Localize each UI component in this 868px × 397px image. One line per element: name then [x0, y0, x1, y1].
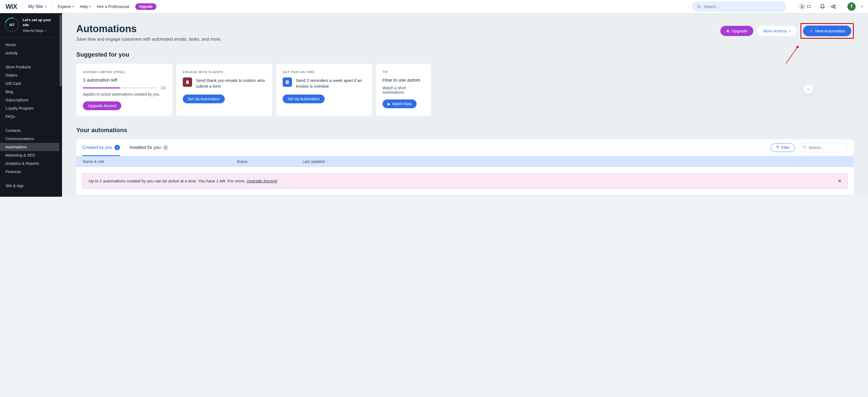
svg-line-1: [700, 7, 701, 8]
upgrade-label: Upgrade: [732, 29, 747, 33]
chevron-down-icon[interactable]: ▾: [861, 5, 863, 8]
sidebar-item-automations[interactable]: Automations: [0, 143, 62, 151]
chevron-right-icon: ›: [56, 82, 57, 85]
svg-point-2: [802, 5, 803, 7]
label: Subscriptions: [5, 98, 29, 102]
nav-help[interactable]: Help ▾: [80, 4, 91, 9]
bell-icon[interactable]: [820, 4, 825, 9]
col-last-updated[interactable]: Last updated ↑: [302, 159, 847, 164]
label: Gift Card: [5, 81, 21, 86]
progress-label: 1/2: [161, 86, 166, 90]
sidebar-item-analytics[interactable]: Analytics & Reports›: [0, 159, 62, 168]
search-icon: [802, 145, 806, 150]
tab-installed-for-you[interactable]: Installed for you 2: [130, 139, 168, 156]
wix-logo[interactable]: WiX: [0, 3, 23, 10]
label: Contacts: [5, 128, 21, 133]
col-name-rule[interactable]: Name & rule: [83, 159, 237, 164]
sidebar-item-finances[interactable]: Finances›: [0, 168, 62, 176]
inbox-button[interactable]: [797, 2, 814, 11]
sidebar-item-subscriptions[interactable]: Subscriptions: [0, 96, 62, 104]
annotation-highlight: ＋ New Automation: [801, 23, 854, 39]
col-status[interactable]: Status: [237, 159, 302, 164]
filter-button[interactable]: Filter: [771, 143, 795, 152]
sidebar-item-orders[interactable]: Orders›: [0, 71, 62, 79]
tab-count-badge: 1: [115, 145, 120, 150]
tab-created-by-you[interactable]: Created by you 1: [82, 139, 120, 156]
sidebar-item-site-app[interactable]: Site & App›: [0, 181, 62, 190]
svg-line-12: [805, 148, 806, 149]
site-dropdown[interactable]: My Site ▾: [23, 0, 52, 13]
sidebar-item-marketing-seo[interactable]: Marketing & SEO›: [0, 151, 62, 159]
tab-count-badge: 2: [163, 145, 168, 150]
chevron-right-icon: ›: [56, 185, 57, 188]
card-text: Send thank you emails to visitors who su…: [196, 78, 266, 89]
label: Orders: [5, 73, 17, 78]
megaphone-icon[interactable]: [831, 4, 836, 9]
table-search[interactable]: [798, 143, 848, 152]
sidebar-item-loyalty[interactable]: Loyalty Program: [0, 104, 62, 112]
upgrade-ascend-button[interactable]: Upgrade Ascend: [83, 102, 121, 110]
carousel-next-button[interactable]: ›: [803, 84, 813, 94]
sidebar-item-communications[interactable]: Communications›: [0, 135, 62, 143]
setup-progress-card[interactable]: 0/7 Let's set up your site View All Step…: [0, 13, 62, 38]
upgrade-button[interactable]: A Upgrade: [720, 26, 753, 36]
setup-automation-button[interactable]: Set Up Automation: [183, 94, 225, 103]
card-eyebrow: GET PAID ON TIME: [283, 70, 366, 74]
watch-now-button[interactable]: ▶ Watch Now: [382, 100, 416, 108]
more-actions-button[interactable]: More Actions ▾: [757, 26, 797, 36]
label: Automations: [5, 145, 27, 149]
global-search[interactable]: [692, 2, 786, 11]
svg-rect-3: [807, 5, 811, 7]
chevron-right-icon: ›: [44, 29, 45, 33]
global-search-input[interactable]: [704, 4, 781, 9]
automations-table: Created by you 1 Installed for you 2 Fil…: [76, 139, 854, 195]
col-label: Last updated: [302, 159, 324, 164]
sidebar-item-gift-card[interactable]: Gift Card›: [0, 79, 62, 88]
card-eyebrow: ENGAGE WITH CLIENTS: [183, 70, 266, 74]
sidebar-item-store-products[interactable]: Store Products›: [0, 63, 62, 71]
card-eyebrow: TIP: [382, 70, 424, 74]
label: Site & App: [5, 183, 23, 188]
scrollbar-thumb[interactable]: [60, 15, 62, 86]
document-icon: [283, 78, 292, 87]
chevron-right-icon: ›: [56, 90, 57, 93]
search-icon: [696, 4, 702, 9]
sidebar-item-blog[interactable]: Blog›: [0, 88, 62, 96]
chevron-right-icon: ›: [56, 137, 57, 140]
upgrade-ascend-link[interactable]: Upgrade Ascend: [246, 178, 277, 183]
notice-text: Up to 2 automations created by you can b…: [89, 178, 246, 183]
suggested-title: Suggested for you: [76, 51, 854, 58]
nav-explore[interactable]: Explore ▾: [58, 4, 73, 9]
table-search-input[interactable]: [808, 145, 844, 150]
sidebar-item-home[interactable]: Home: [0, 41, 62, 49]
card-headline: 1 automation left: [83, 78, 166, 83]
upgrade-notice: Up to 2 automations created by you can b…: [82, 173, 848, 189]
nav-hire[interactable]: Hire a Professional: [97, 4, 129, 9]
sidebar-item-faqs[interactable]: FAQs: [0, 112, 62, 121]
sidebar-item-activity[interactable]: Activity: [0, 49, 62, 57]
card-note: Watch a short Automations: [382, 86, 424, 94]
nav-hire-label: Hire a Professional: [97, 4, 129, 9]
chevron-right-icon: ›: [56, 154, 57, 157]
svg-point-11: [803, 146, 805, 148]
new-automation-button[interactable]: ＋ New Automation: [803, 26, 851, 36]
card-text: Send 2 reminders a week apart if an invo…: [296, 78, 366, 89]
page-header: Automations Save time and engage custome…: [76, 23, 854, 42]
top-icons: T ▾: [791, 2, 868, 11]
sidebar-item-contacts[interactable]: Contacts›: [0, 126, 62, 135]
setup-automation-button[interactable]: Set Up Automation: [283, 94, 324, 103]
close-icon[interactable]: ✕: [838, 178, 841, 183]
chevron-right-icon: ›: [56, 170, 57, 173]
upgrade-pill[interactable]: Upgrade: [135, 3, 156, 10]
progress-ring: 0/7: [5, 18, 19, 32]
watch-label: Watch Now: [392, 102, 412, 106]
divider: [842, 4, 842, 10]
view-steps-link[interactable]: View All Steps ›: [23, 29, 57, 33]
user-avatar[interactable]: T: [847, 2, 856, 11]
sidebar-scrollbar[interactable]: [59, 13, 62, 197]
card-engage-clients: ENGAGE WITH CLIENTS Send thank you email…: [176, 64, 272, 116]
label: Loyalty Program: [5, 106, 33, 110]
label: Home: [5, 42, 16, 47]
top-bar: WiX My Site ▾ Explore ▾ Help ▾ Hire a Pr…: [0, 0, 868, 13]
nav-section-4: Site & App›: [0, 179, 62, 193]
